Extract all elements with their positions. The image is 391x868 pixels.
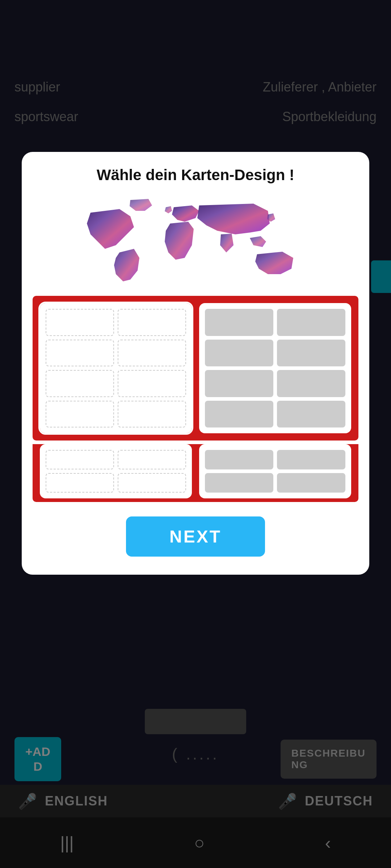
card-cell [46, 450, 114, 469]
card-cell [277, 340, 345, 367]
card-design-1[interactable] [40, 303, 192, 433]
card-design-4[interactable] [199, 444, 351, 498]
card-design-3[interactable] [40, 444, 192, 498]
card-cell [205, 309, 273, 336]
card-cell [46, 401, 114, 428]
modal-title: Wähle dein Karten-Design ! [33, 166, 358, 184]
card-cell [205, 450, 273, 469]
card-cell [277, 473, 345, 493]
card-designs-grid [33, 296, 358, 441]
card-cell [46, 340, 114, 367]
card-cell [46, 370, 114, 397]
card-cell [118, 450, 186, 469]
card-cell [277, 309, 345, 336]
card-designs-partial [33, 444, 358, 502]
card-cell [205, 401, 273, 428]
card-cell [46, 473, 114, 493]
card-cell [118, 473, 186, 493]
card-design-2[interactable] [199, 303, 351, 433]
card-cell [205, 473, 273, 493]
card-cell [205, 370, 273, 397]
world-map-image [72, 198, 319, 285]
next-button[interactable]: NEXT [126, 516, 265, 557]
card-cell [118, 309, 186, 336]
card-cell [118, 340, 186, 367]
card-cell [277, 401, 345, 428]
world-map-area [33, 195, 358, 289]
card-cell [277, 450, 345, 469]
card-cell [277, 370, 345, 397]
card-design-modal: Wähle dein Karten-Design ! [22, 152, 369, 575]
card-cell [46, 309, 114, 336]
card-cell [118, 370, 186, 397]
card-cell [118, 401, 186, 428]
card-cell [205, 340, 273, 367]
